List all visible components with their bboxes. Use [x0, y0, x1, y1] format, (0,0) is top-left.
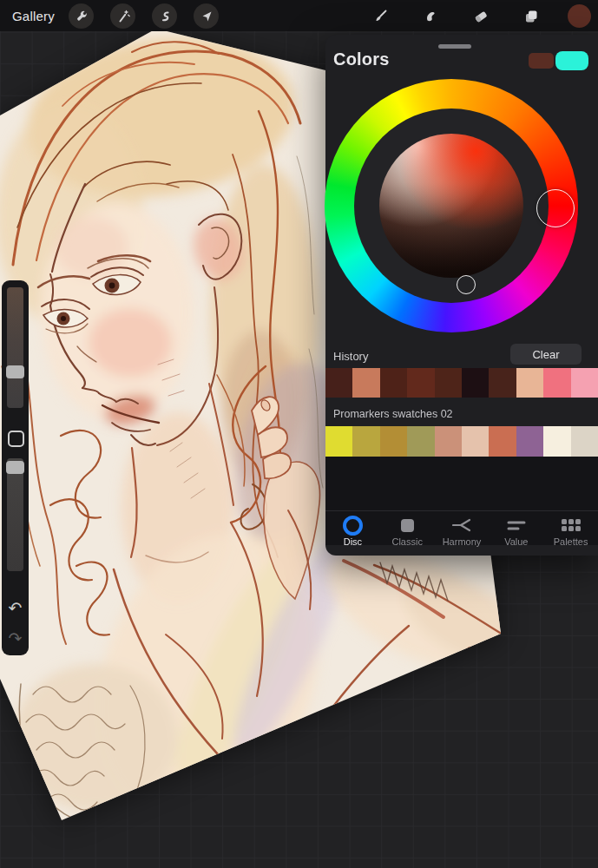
- palette-swatch[interactable]: [489, 426, 516, 457]
- tab-disc-label: Disc: [344, 536, 362, 547]
- panel-drag-handle[interactable]: [438, 44, 471, 49]
- tab-classic[interactable]: Classic: [380, 511, 435, 556]
- history-swatch[interactable]: [543, 368, 570, 398]
- eraser-glyph: [473, 9, 489, 24]
- gallery-button[interactable]: Gallery: [12, 9, 55, 23]
- palette-swatch[interactable]: [571, 426, 598, 457]
- brush-size-handle[interactable]: [6, 365, 24, 378]
- palette-swatch-row: [325, 426, 598, 457]
- palette-swatch[interactable]: [543, 426, 570, 457]
- palette-swatch[interactable]: [516, 426, 543, 457]
- tab-harmony[interactable]: Harmony: [435, 511, 490, 556]
- disc-icon: [343, 516, 363, 536]
- current-color-swatch[interactable]: [529, 53, 554, 69]
- tab-value-label: Value: [504, 536, 528, 547]
- transform-icon[interactable]: [194, 3, 219, 29]
- history-swatch[interactable]: [462, 368, 489, 398]
- wrench-icon[interactable]: [69, 3, 94, 29]
- history-swatch[interactable]: [380, 368, 407, 398]
- transform-glyph: [200, 10, 214, 23]
- tab-classic-label: Classic: [391, 536, 422, 547]
- saturation-disc[interactable]: [379, 134, 523, 278]
- modify-button[interactable]: [8, 431, 24, 447]
- hue-ring[interactable]: [325, 79, 578, 332]
- history-swatch[interactable]: [352, 368, 379, 398]
- redo-button[interactable]: ↷: [2, 629, 29, 647]
- tab-value[interactable]: Value: [489, 511, 543, 556]
- magic-wand-glyph: [116, 10, 130, 23]
- undo-button[interactable]: ↶: [2, 599, 29, 616]
- tab-palettes[interactable]: Palettes: [543, 511, 598, 556]
- active-color-swatch[interactable]: [568, 4, 591, 28]
- layers-icon[interactable]: [518, 3, 543, 29]
- palettes-icon: [562, 519, 581, 531]
- magic-wand-icon[interactable]: [110, 3, 135, 29]
- secondary-color-swatch[interactable]: [555, 51, 588, 70]
- tab-harmony-label: Harmony: [443, 536, 482, 547]
- palette-swatch[interactable]: [462, 426, 489, 457]
- eraser-tool-icon[interactable]: [468, 3, 493, 29]
- history-label: History: [333, 350, 368, 363]
- colors-panel: Colors History Clear Promarkers swatches…: [325, 35, 598, 556]
- value-icon: [507, 518, 526, 532]
- palette-name: Promarkers swatches 02: [333, 408, 453, 420]
- hue-selector[interactable]: [536, 189, 575, 227]
- palette-swatch[interactable]: [435, 426, 462, 457]
- history-swatch[interactable]: [435, 368, 462, 398]
- brush-tool-icon[interactable]: [367, 3, 392, 29]
- tab-disc[interactable]: Disc: [325, 511, 380, 556]
- panel-title: Colors: [333, 49, 390, 69]
- brush-size-slider[interactable]: [7, 287, 23, 408]
- harmony-icon: [452, 518, 471, 532]
- selection-glyph: [158, 10, 172, 23]
- palette-swatch[interactable]: [380, 426, 407, 457]
- classic-icon: [401, 519, 414, 532]
- brush-opacity-handle[interactable]: [6, 461, 24, 474]
- history-swatch[interactable]: [489, 368, 516, 398]
- selection-icon[interactable]: [152, 3, 177, 29]
- wrench-glyph: [75, 10, 89, 23]
- color-mode-tabbar: Disc Classic Harmony Value: [325, 510, 598, 556]
- brush-sidebar: ↶ ↷: [2, 280, 29, 655]
- history-swatch[interactable]: [571, 368, 598, 398]
- top-toolbar: Gallery: [0, 0, 598, 31]
- history-swatch[interactable]: [407, 368, 434, 398]
- smudge-tool-icon[interactable]: [417, 3, 443, 29]
- saturation-selector[interactable]: [457, 275, 476, 294]
- smudge-glyph: [423, 9, 438, 24]
- layers-glyph: [523, 9, 539, 24]
- palette-swatch[interactable]: [352, 426, 379, 457]
- brush-glyph: [372, 9, 388, 24]
- clear-history-button[interactable]: Clear: [510, 344, 582, 365]
- brush-opacity-slider[interactable]: [7, 458, 23, 571]
- history-swatch[interactable]: [516, 368, 543, 398]
- tab-palettes-label: Palettes: [554, 536, 588, 547]
- palette-swatch[interactable]: [325, 426, 352, 457]
- history-swatch[interactable]: [325, 368, 352, 398]
- history-swatch-row: [325, 368, 598, 398]
- palette-swatch[interactable]: [407, 426, 434, 457]
